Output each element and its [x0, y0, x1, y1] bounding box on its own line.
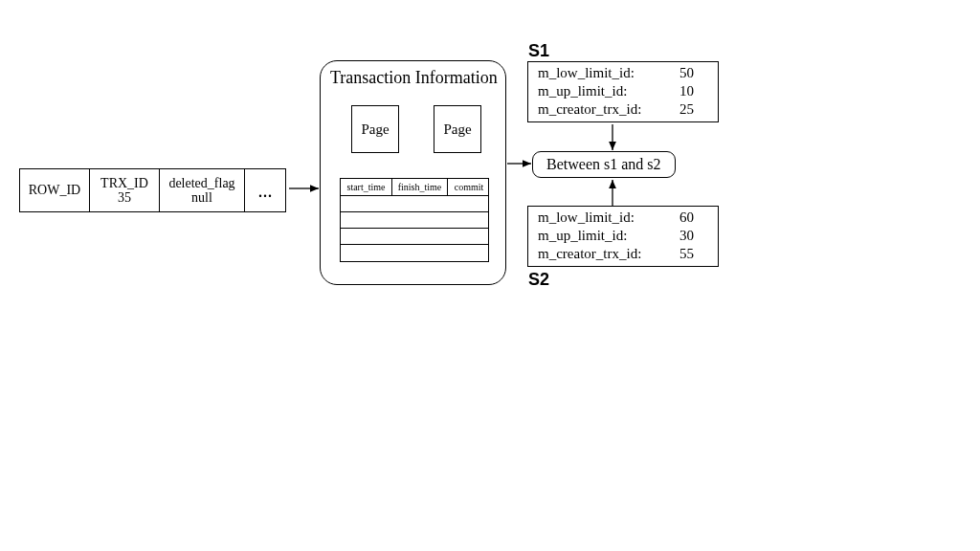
between-label: Between s1 and s2	[546, 156, 661, 173]
field-key: m_creator_trx_id:	[538, 245, 641, 263]
log-header-start: start_time	[341, 179, 392, 195]
field-key: m_up_limit_id:	[538, 227, 627, 245]
log-row	[341, 212, 488, 229]
s1-field: m_up_limit_id: 10	[538, 82, 708, 100]
field-key: m_creator_trx_id:	[538, 100, 641, 119]
transaction-info-box: Transaction Information Page Page start_…	[320, 60, 506, 285]
log-table-header: start_time finish_time commit	[341, 179, 488, 196]
row-cell-deletedflag: deleted_flag null	[159, 168, 245, 212]
row-cell-label: deleted_flag	[168, 176, 234, 190]
row-cell-label: ...	[258, 180, 273, 201]
field-val: 55	[679, 245, 708, 263]
log-table: start_time finish_time commit	[340, 178, 489, 262]
log-row	[341, 196, 488, 212]
field-val: 10	[679, 82, 708, 100]
page-label: Page	[443, 121, 471, 138]
field-val: 25	[679, 100, 708, 119]
row-cell-ellipsis: ...	[244, 168, 286, 212]
s1-field: m_creator_trx_id: 25	[538, 100, 708, 119]
field-key: m_low_limit_id:	[538, 209, 635, 227]
row-cell-label: ROW_ID	[29, 183, 80, 197]
between-box: Between s1 and s2	[532, 151, 676, 178]
s2-field: m_up_limit_id: 30	[538, 227, 708, 245]
row-record: ROW_ID TRX_ID 35 deleted_flag null ...	[19, 168, 286, 212]
log-header-commit: commit	[448, 179, 490, 195]
s1-box: m_low_limit_id: 50 m_up_limit_id: 10 m_c…	[527, 61, 719, 122]
field-val: 30	[679, 227, 708, 245]
field-key: m_low_limit_id:	[538, 64, 635, 82]
log-row	[341, 245, 488, 261]
field-key: m_up_limit_id:	[538, 82, 627, 100]
row-cell-label: TRX_ID	[100, 176, 148, 190]
page-box-2: Page	[434, 105, 481, 153]
s2-field: m_creator_trx_id: 55	[538, 245, 708, 263]
row-cell-value: null	[191, 190, 212, 205]
s1-label: S1	[528, 41, 549, 61]
row-cell-value: 35	[118, 190, 131, 205]
field-val: 50	[679, 64, 708, 82]
s2-box: m_low_limit_id: 60 m_up_limit_id: 30 m_c…	[527, 206, 719, 267]
field-val: 60	[679, 209, 708, 227]
log-header-finish: finish_time	[392, 179, 448, 195]
page-label: Page	[361, 121, 389, 138]
s2-field: m_low_limit_id: 60	[538, 209, 708, 227]
log-row	[341, 229, 488, 245]
s2-label: S2	[528, 270, 549, 290]
s1-field: m_low_limit_id: 50	[538, 64, 708, 82]
transaction-info-title: Transaction Information	[330, 68, 498, 88]
row-cell-trxid: TRX_ID 35	[89, 168, 160, 212]
page-box-1: Page	[351, 105, 399, 153]
row-cell-rowid: ROW_ID	[19, 168, 90, 212]
